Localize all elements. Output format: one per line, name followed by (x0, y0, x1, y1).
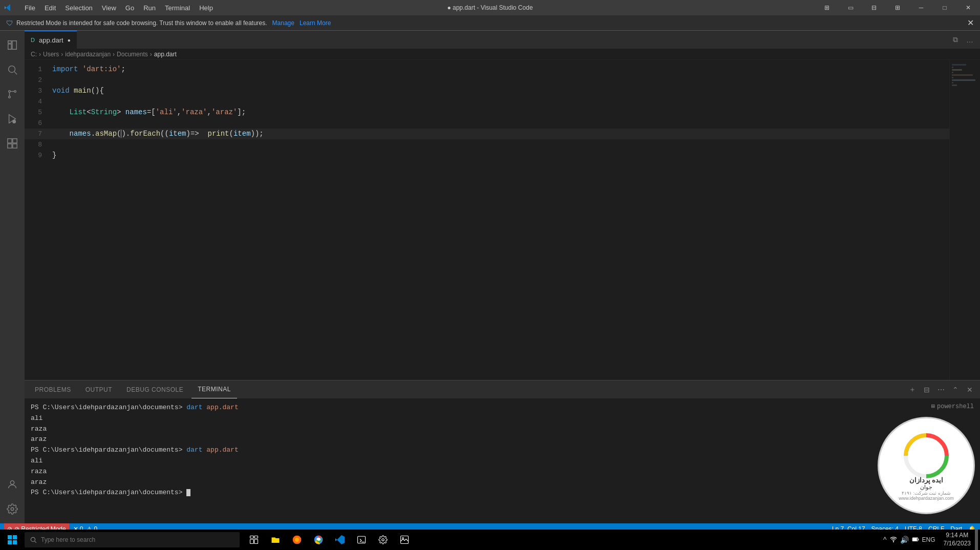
editor-body: 1 import 'dart:io'; 2 3 void main(){ 4 5 (25, 60, 980, 380)
chevron-up-icon[interactable]: ^ (883, 536, 887, 544)
settings-icon[interactable] (0, 497, 25, 521)
taskbar-search[interactable] (25, 532, 240, 547)
svg-rect-23 (254, 536, 258, 539)
search-input[interactable] (41, 536, 235, 543)
terminal-shell-icon: ⊞ (931, 403, 935, 410)
svg-point-4 (9, 96, 11, 98)
maximize-button[interactable]: □ (933, 0, 956, 15)
vscode-icon (4, 4, 12, 12)
menu-terminal[interactable]: Terminal (161, 0, 194, 15)
terminal-content[interactable]: ⊞ powershell PS C:\Users\idehpardazanjan… (25, 398, 980, 523)
tab-terminal[interactable]: TERMINAL (191, 380, 237, 398)
minimap-lines (950, 60, 980, 90)
svg-point-13 (10, 481, 14, 484)
code-line-4: 4 (25, 96, 949, 107)
task-view-button[interactable] (244, 530, 264, 550)
svg-rect-10 (13, 139, 17, 143)
explorer-icon[interactable] (0, 33, 25, 57)
svg-rect-19 (13, 540, 17, 544)
tab-problems[interactable]: PROBLEMS (29, 380, 77, 398)
new-terminal-button[interactable]: ＋ (906, 384, 919, 396)
terminal-shell-name: powershell (937, 403, 974, 410)
tab-label: app.dart (39, 36, 63, 44)
layout-icon3[interactable]: ⊟ (862, 0, 886, 15)
menu-view[interactable]: View (98, 0, 120, 15)
menu-selection[interactable]: Selection (61, 0, 96, 15)
learn-more-link[interactable]: Learn More (300, 19, 331, 27)
activity-bar (0, 31, 25, 523)
more-actions-button[interactable]: ⋯ (935, 384, 947, 396)
code-line-3: 3 void main(){ (25, 86, 949, 96)
breadcrumb: C: › Users › idehpardazanjan › Documents… (25, 49, 980, 60)
volume-icon[interactable]: 🔊 (900, 536, 909, 544)
window-title: ● app.dart - Visual Studio Code (447, 4, 532, 11)
extensions-icon[interactable] (0, 131, 25, 156)
split-editor-button[interactable]: ⧉ (949, 34, 962, 46)
settings-taskbar-button[interactable] (373, 530, 393, 550)
code-line-2: 2 (25, 75, 949, 86)
code-line-1: 1 import 'dart:io'; (25, 64, 949, 75)
code-line-8: 8 (25, 139, 949, 150)
breadcrumb-file[interactable]: app.dart (154, 51, 177, 58)
term-line-8: araz (31, 477, 974, 488)
tab-modified-dot: ● (68, 37, 71, 43)
svg-point-27 (295, 538, 299, 542)
vscode-taskbar-button[interactable] (330, 530, 350, 550)
search-icon[interactable] (0, 57, 25, 82)
svg-line-21 (35, 541, 36, 543)
split-terminal-button[interactable]: ⊟ (921, 384, 933, 396)
more-tabs-button[interactable]: … (964, 34, 976, 46)
svg-point-35 (893, 541, 893, 542)
close-button[interactable]: ✕ (956, 0, 980, 15)
tab-output[interactable]: OUTPUT (79, 380, 118, 398)
chrome-button[interactable] (308, 530, 329, 550)
code-editor[interactable]: 1 import 'dart:io'; 2 3 void main(){ 4 5 (25, 60, 949, 380)
svg-rect-25 (254, 539, 258, 543)
taskbar: ^ 🔊 ENG 9:14 AM 7/16/2023 (0, 530, 980, 550)
menu-run[interactable]: Run (139, 0, 160, 15)
svg-point-14 (11, 507, 14, 511)
terminal-taskbar-button[interactable] (351, 530, 372, 550)
tab-app-dart[interactable]: D app.dart ● (25, 31, 77, 49)
file-explorer-button[interactable] (265, 530, 286, 550)
menu-edit[interactable]: Edit (40, 0, 60, 15)
panel-tabs: PROBLEMS OUTPUT DEBUG CONSOLE TERMINAL ＋… (25, 380, 980, 398)
show-desktop-button[interactable] (975, 530, 978, 550)
run-debug-icon[interactable] (0, 107, 25, 131)
system-clock[interactable]: 9:14 AM 7/16/2023 (940, 532, 975, 547)
breadcrumb-documents[interactable]: Documents (117, 51, 148, 58)
maximize-panel-button[interactable]: ⌃ (949, 384, 962, 396)
account-icon[interactable] (0, 472, 25, 497)
term-line-4: araz (31, 434, 974, 445)
layout-icon[interactable]: ⊞ (815, 0, 839, 15)
battery-icon[interactable] (912, 536, 919, 544)
svg-point-20 (31, 537, 35, 541)
source-control-icon[interactable] (0, 82, 25, 107)
close-panel-button[interactable]: ✕ (964, 384, 976, 396)
term-line-6: ali (31, 456, 974, 467)
term-line-7: raza (31, 467, 974, 477)
breadcrumb-idehpardazanjan[interactable]: idehpardazanjan (65, 51, 111, 58)
tab-debug-console[interactable]: DEBUG CONSOLE (120, 380, 189, 398)
layout-icon2[interactable]: ▭ (839, 0, 862, 15)
svg-rect-12 (13, 144, 17, 148)
logo-watermark: ایده پردازان جوان شماره ثبت شرکت: ۴۱۹۱ w… (878, 417, 980, 519)
menu-help[interactable]: Help (195, 0, 217, 15)
start-button[interactable] (2, 530, 23, 550)
banner-close-button[interactable]: ✕ (967, 18, 974, 28)
menu-go[interactable]: Go (121, 0, 138, 15)
layout-icon4[interactable]: ⊞ (886, 0, 909, 15)
lang-label[interactable]: ENG (922, 536, 935, 543)
breadcrumb-users[interactable]: Users (43, 51, 59, 58)
code-line-9: 9 } (25, 150, 949, 161)
shield-icon: 🛡 (6, 19, 13, 27)
network-icon[interactable] (890, 536, 897, 544)
date-display: 7/16/2023 (944, 540, 971, 548)
menu-file[interactable]: File (20, 0, 39, 15)
svg-rect-16 (8, 535, 12, 539)
manage-link[interactable]: Manage (272, 19, 294, 27)
photos-button[interactable] (394, 530, 415, 550)
breadcrumb-c[interactable]: C: (31, 51, 37, 58)
firefox-button[interactable] (287, 530, 307, 550)
minimize-button[interactable]: ─ (909, 0, 933, 15)
